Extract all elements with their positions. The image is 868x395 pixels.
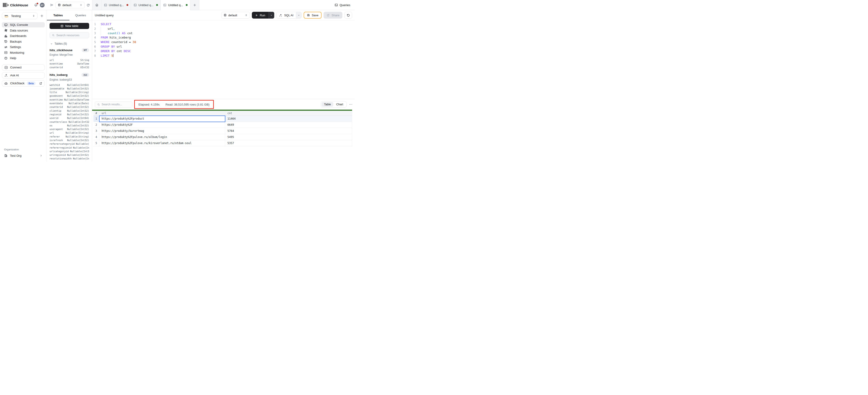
editor-database-selector[interactable]: default (221, 12, 250, 19)
sidebar-box-label: Connect (10, 66, 22, 69)
tab-tables[interactable]: Tables (47, 10, 69, 20)
chevron-updown-icon (80, 4, 82, 6)
column-name: urlcategoryid (50, 150, 69, 153)
column-type: Nullable(Int32 (70, 150, 89, 153)
organization-row[interactable]: Test Org (2, 153, 45, 158)
url-cell[interactable]: https://produkty%2Fpulove.ru/album/login (99, 134, 225, 140)
results-column-header[interactable]: cnt (225, 111, 352, 116)
cnt-cell[interactable]: 6649 (225, 122, 352, 128)
share-button[interactable]: Share (323, 12, 342, 19)
terminal-icon (163, 3, 166, 7)
table-header-row[interactable]: hits_icebergIS3 (50, 72, 89, 78)
column-name: refererregionid (50, 146, 72, 149)
column-type: Nullable(Int64) (67, 117, 89, 120)
query-tab[interactable]: Untitled q... (131, 0, 161, 10)
sql-ai-caret[interactable] (296, 12, 301, 18)
query-history-button[interactable] (344, 12, 352, 19)
column-name: title (50, 91, 57, 94)
building-icon (4, 154, 8, 158)
code-line: 1SELECT (92, 22, 355, 27)
run-options-caret[interactable] (268, 12, 274, 19)
search-results-input[interactable]: Search results... (95, 102, 132, 108)
column-row: urlregionidNullable(Int32) (50, 153, 89, 157)
url-cell[interactable]: https://produkty/kurortmag (99, 128, 225, 134)
row-number-cell[interactable]: 1 (93, 116, 99, 122)
url-cell[interactable]: https://produkty%2F (99, 122, 225, 128)
column-row: resolutionheightNullable(In (50, 161, 89, 162)
new-table-button[interactable]: New table (50, 23, 89, 29)
row-number-cell[interactable]: 5 (93, 140, 99, 146)
view-toggle-chart[interactable]: Chart (334, 102, 346, 107)
row-number-cell[interactable]: 2 (93, 122, 99, 128)
column-row: counterclassNullable(Int32) (50, 120, 89, 124)
editor-database-value: default (228, 13, 237, 17)
cnt-cell[interactable]: 5357 (225, 140, 352, 146)
run-button[interactable]: Run (252, 12, 274, 19)
table-header-row[interactable]: hits_clickhouseMT (50, 47, 89, 53)
column-name: os (50, 124, 53, 127)
user-avatar[interactable]: DT (40, 3, 44, 7)
tab-label: Untitled q... (109, 3, 125, 7)
search-resources-input[interactable]: Search resources (50, 32, 89, 38)
results-more-menu[interactable] (349, 104, 352, 105)
sidebar-item-data-sources[interactable]: Data sources (2, 28, 45, 33)
home-tab-button[interactable] (92, 0, 101, 10)
table-grid-icon (60, 25, 64, 28)
tables-group-header[interactable]: Tables (5) (50, 42, 89, 45)
column-type: Nullable(Date) (68, 102, 89, 105)
collapse-sidebar-icon[interactable] (50, 3, 54, 7)
code-line: 3 count() AS cnt (92, 31, 355, 35)
environment-selector[interactable]: aws Testing (2, 12, 37, 19)
cnt-cell[interactable]: 5764 (225, 128, 352, 134)
sidebar-item-label: Backups (10, 40, 22, 43)
column-name: javaenable (50, 87, 64, 90)
connect-icon (4, 66, 8, 69)
column-type: Nullable(Int (73, 146, 89, 149)
sidebar-box-connect[interactable]: Connect (2, 64, 45, 70)
tab-queries[interactable]: Queries (69, 10, 92, 20)
sql-code-editor[interactable]: 1SELECT2 url,3 count() AS cnt4FROM hits_… (92, 20, 355, 99)
column-name: eventtime (50, 62, 63, 65)
results-column-header[interactable]: # (93, 111, 99, 116)
table-entry-hits_iceberg: hits_icebergIS3Engine: IcebergS3watchidN… (50, 72, 89, 162)
console-icon (4, 23, 8, 27)
url-cell[interactable]: https://produkty%2Fproduct (99, 116, 225, 122)
history-icon (347, 13, 350, 17)
add-service-button[interactable] (39, 14, 45, 18)
column-name: url (50, 131, 54, 134)
cnt-cell[interactable]: 5495 (225, 134, 352, 140)
url-cell[interactable]: https://produkty%2Fpulove.ru/kiroverlane… (99, 140, 225, 146)
column-row: javaenableNullable(Int32) (50, 87, 89, 90)
sidebar-item-backups[interactable]: Backups (2, 39, 45, 44)
tab-label: Untitled q... (168, 3, 184, 7)
view-toggle-table[interactable]: Table (321, 102, 333, 107)
database-selector[interactable]: default (56, 2, 85, 8)
new-tab-button[interactable] (190, 0, 199, 10)
sidebar-box-clickstack[interactable]: ClickStackBeta (2, 80, 45, 86)
query-tab[interactable]: Untitled q... (101, 0, 131, 10)
sidebar-item-monitoring[interactable]: Monitoring (2, 50, 45, 55)
sidebar-item-settings[interactable]: Settings (2, 45, 45, 50)
column-type: String (80, 59, 89, 62)
sql-ai-button[interactable]: SQL AI (276, 12, 302, 19)
text-cursor (113, 54, 114, 57)
sidebar-item-help[interactable]: Help (2, 56, 45, 61)
sidebar-item-sql-console[interactable]: SQL Console (2, 22, 45, 27)
refresh-icon[interactable] (87, 3, 90, 7)
sidebar-item-dashboards[interactable]: Dashboards (2, 33, 45, 38)
save-button[interactable]: Save (304, 12, 322, 19)
backups-icon (4, 40, 8, 43)
sidebar-box-ask-ai[interactable]: Ask AI (2, 72, 45, 79)
cnt-cell[interactable]: 11464 (225, 116, 352, 122)
code-line: 5WHERE counterid = 38 (92, 40, 355, 45)
top-bar-right-section: Queries (199, 0, 355, 10)
row-number-cell[interactable]: 3 (93, 128, 99, 134)
notifications-bell-icon[interactable] (34, 3, 38, 7)
code-lines: 1SELECT2 url,3 count() AS cnt4FROM hits_… (92, 22, 355, 58)
run-button-label: Run (260, 13, 265, 17)
results-column-header[interactable]: url (99, 111, 225, 116)
query-tab[interactable]: Untitled q... (161, 0, 190, 10)
row-number-cell[interactable]: 4 (93, 134, 99, 140)
column-row: eventtimeDateTime (50, 62, 89, 65)
queries-button[interactable]: Queries (335, 3, 350, 7)
